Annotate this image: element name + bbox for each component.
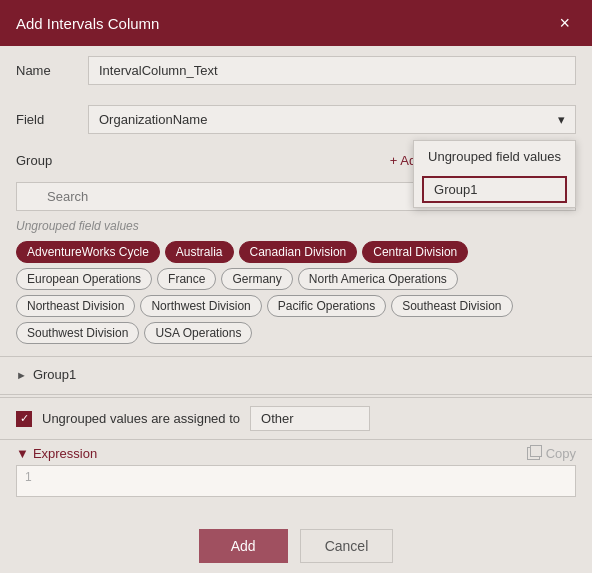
name-row: Name IntervalColumn_Text bbox=[0, 46, 592, 95]
dropdown-item-ungrouped[interactable]: Ungrouped field values bbox=[414, 141, 575, 172]
ungrouped-checkbox[interactable]: ✓ bbox=[16, 411, 32, 427]
ungrouped-assign-label: Ungrouped values are assigned to bbox=[42, 411, 240, 426]
chevron-right-icon: ► bbox=[16, 369, 27, 381]
name-label: Name bbox=[16, 63, 76, 78]
dialog-footer: Add Cancel bbox=[0, 519, 592, 573]
group-label: Group bbox=[16, 153, 76, 168]
tag-item[interactable]: USA Operations bbox=[144, 322, 252, 344]
field-row: Field OrganizationName ▾ bbox=[0, 95, 592, 144]
line-number: 1 bbox=[25, 470, 41, 484]
move-to-dropdown: Ungrouped field values Group1 bbox=[413, 140, 576, 208]
tag-item[interactable]: France bbox=[157, 268, 216, 290]
dialog-title: Add Intervals Column bbox=[16, 15, 159, 32]
dialog-header: Add Intervals Column × bbox=[0, 0, 592, 46]
tag-item[interactable]: Germany bbox=[221, 268, 292, 290]
ungrouped-assign-text: Ungrouped values are assigned to bbox=[42, 411, 240, 426]
cancel-button[interactable]: Cancel bbox=[300, 529, 394, 563]
chevron-down-sm-icon: ▼ bbox=[16, 446, 29, 461]
tag-item[interactable]: Canadian Division bbox=[239, 241, 358, 263]
name-input[interactable]: IntervalColumn_Text bbox=[88, 56, 576, 85]
tag-item[interactable]: Northeast Division bbox=[16, 295, 135, 317]
tag-item[interactable]: Australia bbox=[165, 241, 234, 263]
expression-toggle[interactable]: ▼ Expression bbox=[16, 446, 97, 461]
tag-item[interactable]: Central Division bbox=[362, 241, 468, 263]
dropdown-item-group1[interactable]: Group1 bbox=[422, 176, 567, 203]
dialog-body: Name IntervalColumn_Text Field Organizat… bbox=[0, 46, 592, 519]
copy-icon bbox=[527, 447, 540, 460]
divider-1 bbox=[0, 394, 592, 395]
group1-item[interactable]: ► Group1 bbox=[16, 363, 576, 386]
other-value[interactable]: Other bbox=[250, 406, 370, 431]
tag-item[interactable]: Southwest Division bbox=[16, 322, 139, 344]
tag-item[interactable]: North America Operations bbox=[298, 268, 458, 290]
groups-section: ► Group1 bbox=[0, 356, 592, 392]
ungrouped-hint: Ungrouped field values bbox=[0, 217, 592, 237]
tag-item[interactable]: Pacific Operations bbox=[267, 295, 386, 317]
expression-label: Expression bbox=[33, 446, 97, 461]
dropdown-item-ungrouped-label: Ungrouped field values bbox=[428, 149, 561, 164]
dropdown-item-group1-label: Group1 bbox=[434, 182, 477, 197]
add-button[interactable]: Add bbox=[199, 529, 288, 563]
ungrouped-assign-row: ✓ Ungrouped values are assigned to Other bbox=[0, 397, 592, 439]
checkmark-icon: ✓ bbox=[20, 412, 29, 425]
tags-area: AdventureWorks CycleAustraliaCanadian Di… bbox=[0, 237, 592, 352]
field-select[interactable]: OrganizationName ▾ bbox=[88, 105, 576, 134]
field-label: Field bbox=[16, 112, 76, 127]
expression-row: ▼ Expression Copy bbox=[0, 439, 592, 465]
field-select-value: OrganizationName bbox=[99, 112, 207, 127]
expression-editor[interactable]: 1 bbox=[16, 465, 576, 497]
copy-label: Copy bbox=[546, 446, 576, 461]
close-button[interactable]: × bbox=[553, 12, 576, 34]
tag-item[interactable]: Southeast Division bbox=[391, 295, 512, 317]
add-intervals-dialog: Add Intervals Column × Name IntervalColu… bbox=[0, 0, 592, 573]
tag-item[interactable]: Northwest Division bbox=[140, 295, 261, 317]
copy-button[interactable]: Copy bbox=[527, 446, 576, 461]
chevron-down-icon: ▾ bbox=[558, 112, 565, 127]
group1-label: Group1 bbox=[33, 367, 76, 382]
tag-item[interactable]: AdventureWorks Cycle bbox=[16, 241, 160, 263]
tag-item[interactable]: European Operations bbox=[16, 268, 152, 290]
